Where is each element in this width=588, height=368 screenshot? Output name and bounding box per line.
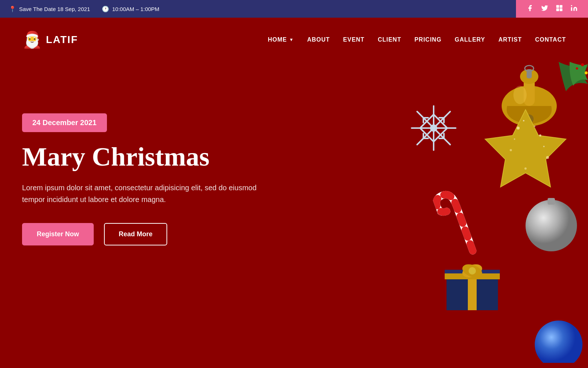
linkedin-icon[interactable] xyxy=(570,4,578,14)
nav-gallery[interactable]: GALLERY xyxy=(455,36,485,43)
gift-decoration xyxy=(443,253,502,314)
logo-hat-icon: 🎅 xyxy=(22,30,42,49)
clock-icon: 🕐 xyxy=(102,6,109,13)
nav-home[interactable]: HOME ▼ xyxy=(268,36,294,43)
svg-rect-2 xyxy=(556,8,559,11)
svg-point-45 xyxy=(543,146,545,147)
home-dropdown-icon: ▼ xyxy=(289,37,294,42)
svg-point-9 xyxy=(525,66,534,71)
svg-point-46 xyxy=(526,200,577,251)
blue-ornament-decoration xyxy=(533,315,584,364)
nav-contact[interactable]: CONTACT xyxy=(535,36,566,43)
logo[interactable]: 🎅 LATIF xyxy=(22,30,78,49)
svg-point-13 xyxy=(576,67,578,70)
svg-rect-47 xyxy=(548,198,555,205)
svg-point-12 xyxy=(581,63,584,66)
nav-artist[interactable]: ARTIST xyxy=(498,36,522,43)
date-text: Save The Date 18 Sep, 2021 xyxy=(19,6,90,12)
svg-rect-0 xyxy=(556,5,559,8)
snowflake-decoration xyxy=(410,104,458,153)
svg-marker-36 xyxy=(485,110,566,187)
svg-point-40 xyxy=(546,156,549,159)
svg-point-14 xyxy=(585,71,588,74)
register-now-button[interactable]: Register Now xyxy=(22,223,94,245)
svg-point-38 xyxy=(539,134,541,137)
date-info: 📍 Save The Date 18 Sep, 2021 xyxy=(9,6,90,13)
svg-point-42 xyxy=(523,120,524,121)
nav-about[interactable]: ABOUT xyxy=(307,36,330,43)
svg-point-41 xyxy=(524,167,527,170)
nav-links: HOME ▼ ABOUT EVENT CLIENT PRICING GALLER… xyxy=(268,36,566,43)
svg-point-43 xyxy=(534,125,535,127)
facebook-icon[interactable] xyxy=(526,4,534,14)
time-info: 🕐 10:00AM – 1:00PM xyxy=(102,6,159,13)
silver-ornament-decoration xyxy=(522,194,581,255)
navbar: 🎅 LATIF HOME ▼ ABOUT EVENT CLIENT PRICIN… xyxy=(0,18,588,62)
time-text: 10:00AM – 1:00PM xyxy=(112,6,159,12)
svg-point-10 xyxy=(513,86,527,104)
top-bar: 📍 Save The Date 18 Sep, 2021 🕐 10:00AM –… xyxy=(0,0,588,18)
location-icon: 📍 xyxy=(9,6,16,13)
logo-text: LATIF xyxy=(46,34,78,46)
nav-home-label: HOME xyxy=(268,36,287,43)
flickr-icon[interactable] xyxy=(556,4,563,14)
read-more-button[interactable]: Read More xyxy=(104,223,167,245)
svg-point-37 xyxy=(517,127,520,130)
svg-point-4 xyxy=(571,5,572,6)
svg-point-55 xyxy=(535,321,582,363)
star-decoration xyxy=(481,106,570,192)
hero-title: Mary Christmas xyxy=(22,142,265,171)
twitter-icon[interactable] xyxy=(541,4,548,14)
top-bar-left: 📍 Save The Date 18 Sep, 2021 🕐 10:00AM –… xyxy=(0,6,516,13)
svg-rect-3 xyxy=(560,8,563,11)
hero-description: Lorem ipsum dolor sit amet, consectetur … xyxy=(22,182,265,205)
hero-section: 24 December 2021 Mary Christmas Lorem ip… xyxy=(0,62,588,368)
svg-rect-1 xyxy=(560,5,563,8)
nav-pricing[interactable]: PRICING xyxy=(415,36,442,43)
nav-client[interactable]: CLIENT xyxy=(378,36,401,43)
social-bar xyxy=(516,0,588,18)
svg-point-44 xyxy=(514,138,515,140)
svg-point-39 xyxy=(510,149,512,151)
nav-event[interactable]: EVENT xyxy=(343,36,365,43)
date-badge: 24 December 2021 xyxy=(22,113,107,132)
svg-point-54 xyxy=(469,267,476,275)
hero-buttons: Register Now Read More xyxy=(22,223,265,245)
hero-content: 24 December 2021 Mary Christmas Lorem ip… xyxy=(22,113,265,245)
